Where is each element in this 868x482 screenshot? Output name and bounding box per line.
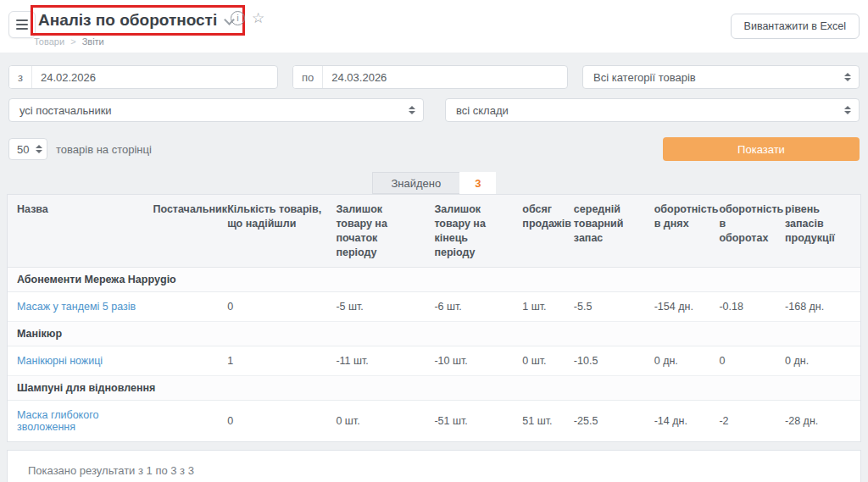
date-to-input[interactable] — [323, 66, 567, 88]
breadcrumb-separator: > — [70, 36, 75, 47]
select-arrows-icon — [844, 106, 851, 114]
table-row: Манікюрні ножиці1-11 шт.-10 шт.0 шт.-10.… — [8, 346, 860, 375]
date-to-label: по — [293, 66, 323, 88]
product-link[interactable]: Маска глибокого зволоження — [17, 409, 98, 433]
table-cell: -25.5 — [567, 400, 648, 441]
table-cell: 0 шт. — [515, 346, 567, 375]
table-cell: 1 — [220, 346, 329, 375]
column-header: Назва — [8, 195, 146, 267]
page-title: Аналіз по оборотності — [38, 11, 217, 30]
table-cell: 1 шт. — [515, 291, 567, 321]
results-table: НазваПостачальникКількість товарів, що н… — [8, 195, 860, 441]
top-bar: Аналіз по оборотності i ☆ Товари > Звіти… — [0, 0, 868, 53]
category-select-value: Всі категорії товарів — [593, 71, 696, 84]
tab-found-count[interactable]: 3 — [459, 172, 496, 194]
table-cell: -168 дн. — [778, 291, 860, 321]
column-header: Залишок товару на кінець періоду — [427, 195, 515, 267]
table-header-row: НазваПостачальникКількість товарів, що н… — [8, 195, 860, 267]
column-header: рівень запасів продукції — [778, 195, 860, 267]
breadcrumb: Товари > Звіти — [34, 36, 104, 47]
per-page-label: товарів на сторінці — [56, 143, 152, 156]
product-link[interactable]: Масаж у тандемі 5 разів — [17, 301, 136, 313]
select-arrows-icon — [844, 73, 851, 81]
supplier-select[interactable]: усі постачальники — [8, 98, 424, 122]
supplier-select-value: усі постачальники — [19, 104, 112, 117]
table-cell: -5 шт. — [329, 291, 427, 321]
category-select[interactable]: Всі категорії товарів — [582, 65, 860, 89]
tab-found[interactable]: Знайдено — [372, 172, 460, 194]
table-cell: -51 шт. — [427, 400, 515, 441]
date-from-group: з — [8, 65, 278, 89]
select-arrows-icon — [409, 106, 415, 114]
table-cell: 0 дн. — [778, 346, 860, 375]
results-summary-text: Показано результати з 1 по 3 з 3 — [28, 464, 194, 477]
column-header: середній товарний запас — [567, 195, 648, 267]
group-header-row: Шампуні для відновлення — [8, 375, 860, 400]
column-header: Кількість товарів, що надійшли — [220, 195, 329, 267]
results-summary-card: Показано результати з 1 по 3 з 3 — [7, 450, 861, 482]
table-cell: -28 дн. — [778, 400, 860, 441]
warehouse-select[interactable]: всі склади — [445, 98, 860, 122]
per-page-select[interactable]: 50 — [8, 138, 47, 160]
filters-section: з по Всі категорії товарів усі постачаль… — [0, 65, 868, 161]
table-cell: -2 — [712, 400, 778, 441]
table-cell: 0 — [220, 291, 329, 321]
date-to-group: по — [292, 65, 568, 89]
table-cell: -5.5 — [567, 291, 648, 321]
group-header-row: Манікюр — [8, 321, 860, 346]
date-from-input[interactable] — [32, 66, 277, 88]
table-row: Масаж у тандемі 5 разів0-5 шт.-6 шт.1 шт… — [8, 291, 860, 321]
table-cell — [146, 346, 220, 375]
product-link[interactable]: Манікюрні ножиці — [17, 355, 103, 367]
table-cell: 51 шт. — [515, 400, 567, 441]
favorite-star-icon[interactable]: ☆ — [252, 11, 264, 25]
results-table-card: НазваПостачальникКількість товарів, що н… — [7, 194, 861, 442]
column-header: оборотність в днях — [648, 195, 713, 267]
date-from-label: з — [9, 66, 32, 88]
table-cell: -154 дн. — [648, 291, 713, 321]
table-cell: -6 шт. — [427, 291, 515, 321]
results-tabs: Знайдено 3 — [0, 172, 868, 194]
column-header: обсяг продажів — [515, 195, 567, 267]
table-cell: 0 дн. — [648, 346, 713, 375]
info-icon[interactable]: i — [231, 11, 245, 25]
table-cell: 0 шт. — [329, 400, 427, 441]
select-arrows-icon — [36, 145, 42, 153]
table-cell — [146, 400, 220, 441]
column-header: Залишок товару на початок періоду — [329, 195, 427, 267]
table-cell: 0 — [220, 400, 329, 441]
per-page-value: 50 — [17, 143, 29, 156]
group-header-row: Абонементи Мережа Happygio — [8, 267, 860, 291]
show-button[interactable]: Показати — [663, 137, 860, 161]
table-cell: -14 дн. — [648, 400, 713, 441]
breadcrumb-item-reports[interactable]: Звіти — [82, 36, 104, 47]
hamburger-icon — [16, 19, 28, 30]
table-cell: 0 — [712, 346, 778, 375]
table-cell — [146, 291, 220, 321]
table-row: Маска глибокого зволоження00 шт.-51 шт.5… — [8, 400, 860, 441]
column-header: оборотність в оборотах — [712, 195, 778, 267]
breadcrumb-item-products[interactable]: Товари — [34, 36, 64, 47]
column-header: Постачальник — [146, 195, 220, 267]
table-cell: -11 шт. — [329, 346, 427, 375]
report-title-dropdown[interactable]: Аналіз по оборотності — [31, 5, 245, 36]
table-cell: -10.5 — [567, 346, 648, 375]
table-cell: -0.18 — [712, 291, 778, 321]
warehouse-select-value: всі склади — [456, 104, 509, 117]
export-excel-button[interactable]: Вивантажити в Excel — [731, 14, 860, 39]
table-cell: -10 шт. — [427, 346, 515, 375]
